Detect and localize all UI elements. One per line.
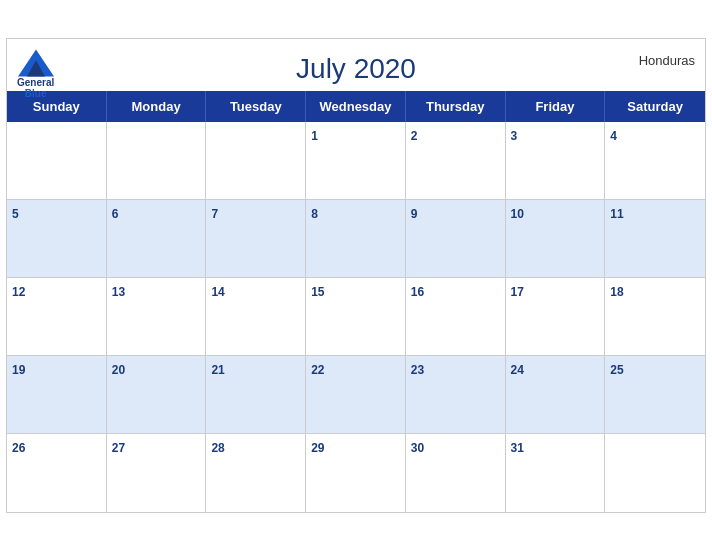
calendar-cell: 19 — [7, 356, 107, 434]
day-number: 28 — [211, 441, 224, 455]
day-number: 1 — [311, 129, 318, 143]
calendar-cell: 9 — [406, 200, 506, 278]
calendar-cell: 27 — [107, 434, 207, 512]
calendar-cell: 25 — [605, 356, 705, 434]
calendar-cell: 24 — [506, 356, 606, 434]
calendar-cell: 16 — [406, 278, 506, 356]
calendar-cell: 22 — [306, 356, 406, 434]
calendar-cell: 30 — [406, 434, 506, 512]
calendar-cell: 28 — [206, 434, 306, 512]
day-number: 17 — [511, 285, 524, 299]
day-number: 5 — [12, 207, 19, 221]
day-number: 13 — [112, 285, 125, 299]
day-number: 27 — [112, 441, 125, 455]
day-number: 3 — [511, 129, 518, 143]
day-number: 10 — [511, 207, 524, 221]
calendar-cell: 14 — [206, 278, 306, 356]
day-number: 22 — [311, 363, 324, 377]
day-number: 9 — [411, 207, 418, 221]
calendar-week-4: 19202122232425 — [7, 356, 705, 434]
logo-blue: Blue — [25, 88, 47, 99]
calendar-cell: 2 — [406, 122, 506, 200]
day-number: 4 — [610, 129, 617, 143]
day-number: 16 — [411, 285, 424, 299]
calendar-cell: 17 — [506, 278, 606, 356]
calendar-cell: 11 — [605, 200, 705, 278]
calendar-cell: 18 — [605, 278, 705, 356]
calendar-cell: 26 — [7, 434, 107, 512]
country-name: Honduras — [639, 53, 695, 68]
calendar-cell — [605, 434, 705, 512]
calendar-cell: 10 — [506, 200, 606, 278]
day-number: 26 — [12, 441, 25, 455]
day-thursday: Thursday — [406, 91, 506, 122]
day-monday: Monday — [107, 91, 207, 122]
calendar-cell: 1 — [306, 122, 406, 200]
calendar-grid: 1234567891011121314151617181920212223242… — [7, 122, 705, 512]
calendar-cell: 8 — [306, 200, 406, 278]
calendar-cell: 13 — [107, 278, 207, 356]
day-number: 11 — [610, 207, 623, 221]
day-saturday: Saturday — [605, 91, 705, 122]
day-number: 24 — [511, 363, 524, 377]
calendar-week-5: 262728293031 — [7, 434, 705, 512]
calendar-week-2: 567891011 — [7, 200, 705, 278]
calendar-cell: 21 — [206, 356, 306, 434]
calendar-cell: 12 — [7, 278, 107, 356]
calendar-cell: 3 — [506, 122, 606, 200]
day-number: 19 — [12, 363, 25, 377]
day-number: 25 — [610, 363, 623, 377]
day-number: 18 — [610, 285, 623, 299]
calendar-cell: 7 — [206, 200, 306, 278]
calendar-cell — [206, 122, 306, 200]
logo: General Blue — [17, 49, 54, 99]
calendar-cell: 5 — [7, 200, 107, 278]
day-number: 31 — [511, 441, 524, 455]
day-number: 8 — [311, 207, 318, 221]
calendar-header: General Blue July 2020 Honduras — [7, 39, 705, 91]
day-number: 6 — [112, 207, 119, 221]
day-number: 2 — [411, 129, 418, 143]
calendar-cell: 23 — [406, 356, 506, 434]
day-number: 15 — [311, 285, 324, 299]
logo-icon — [18, 49, 54, 77]
days-header: Sunday Monday Tuesday Wednesday Thursday… — [7, 91, 705, 122]
calendar: General Blue July 2020 Honduras Sunday M… — [6, 38, 706, 513]
calendar-cell: 31 — [506, 434, 606, 512]
day-number: 7 — [211, 207, 218, 221]
day-number: 12 — [12, 285, 25, 299]
day-wednesday: Wednesday — [306, 91, 406, 122]
day-tuesday: Tuesday — [206, 91, 306, 122]
calendar-cell: 20 — [107, 356, 207, 434]
day-number: 20 — [112, 363, 125, 377]
calendar-cell: 4 — [605, 122, 705, 200]
day-number: 29 — [311, 441, 324, 455]
day-friday: Friday — [506, 91, 606, 122]
calendar-cell: 29 — [306, 434, 406, 512]
calendar-cell — [7, 122, 107, 200]
day-number: 21 — [211, 363, 224, 377]
calendar-cell: 6 — [107, 200, 207, 278]
calendar-cell — [107, 122, 207, 200]
logo-general: General — [17, 77, 54, 88]
calendar-cell: 15 — [306, 278, 406, 356]
calendar-title: July 2020 — [17, 53, 695, 85]
day-number: 30 — [411, 441, 424, 455]
calendar-week-3: 12131415161718 — [7, 278, 705, 356]
day-number: 23 — [411, 363, 424, 377]
calendar-week-1: 1234 — [7, 122, 705, 200]
day-number: 14 — [211, 285, 224, 299]
